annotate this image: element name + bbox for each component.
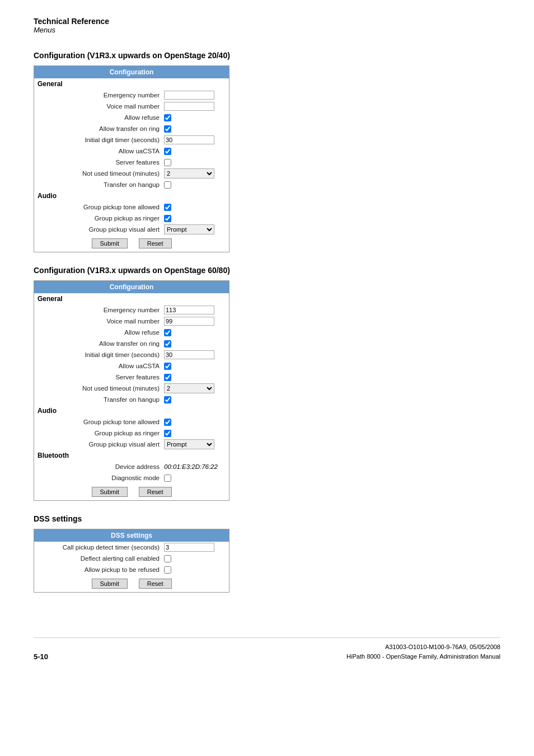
table-row: Server features xyxy=(34,157,229,168)
row-value xyxy=(164,215,226,222)
row-label: Transfer on hangup xyxy=(38,181,164,188)
voicemail-number-input[interactable] xyxy=(164,102,214,111)
row-value xyxy=(164,419,226,426)
pickup-timer-input[interactable] xyxy=(164,543,214,552)
timeout-select-2[interactable]: 2 5 10 xyxy=(164,383,214,393)
row-value: 2 5 10 xyxy=(164,168,226,179)
table-row: Deflect alerting call enabled xyxy=(34,553,229,564)
transfer-hangup-checkbox[interactable] xyxy=(164,181,171,189)
allow-transfer-checkbox[interactable] xyxy=(164,125,171,133)
row-value xyxy=(164,91,226,100)
row-label: Not used timeout (minutes) xyxy=(38,170,164,177)
section2-bluetooth-label: Bluetooth xyxy=(34,450,229,461)
row-value: 00:01:E3:2D:76:22 xyxy=(164,463,226,470)
visual-alert-select-2[interactable]: Prompt None xyxy=(164,439,214,449)
allow-transfer-checkbox-2[interactable] xyxy=(164,340,171,348)
row-label: Allow transfer on ring xyxy=(38,125,164,132)
timeout-select[interactable]: 2 5 10 xyxy=(164,168,214,179)
table-row: Device address 00:01:E3:2D:76:22 xyxy=(34,461,229,472)
pickup-tone-checkbox-2[interactable] xyxy=(164,419,171,426)
row-value xyxy=(164,475,226,482)
row-label: Emergency number xyxy=(38,92,164,98)
row-label: Allow pickup to be refused xyxy=(38,566,164,573)
section2-audio-label: Audio xyxy=(34,405,229,416)
row-label: Voice mail number xyxy=(38,103,164,110)
row-value xyxy=(164,350,226,359)
server-features-checkbox[interactable] xyxy=(164,159,171,166)
row-value xyxy=(164,135,226,144)
section1-reset-button[interactable]: Reset xyxy=(139,238,172,248)
row-value xyxy=(164,102,226,111)
section2-reset-button[interactable]: Reset xyxy=(139,487,172,497)
allow-refuse-checkbox-2[interactable] xyxy=(164,329,171,336)
row-label: Call pickup detect timer (seconds) xyxy=(38,544,164,551)
row-label: Deflect alerting call enabled xyxy=(38,555,164,562)
row-value xyxy=(164,159,226,166)
section3-reset-button[interactable]: Reset xyxy=(139,579,172,589)
section1-audio-label: Audio xyxy=(34,190,229,201)
visual-alert-select[interactable]: Prompt None xyxy=(164,224,214,234)
table-row: Server features xyxy=(34,372,229,383)
table-row: Allow refuse xyxy=(34,327,229,338)
table-row: Not used timeout (minutes) 2 5 10 xyxy=(34,383,229,394)
pickup-ringer-checkbox-2[interactable] xyxy=(164,430,171,437)
table-row: Group pickup as ringer xyxy=(34,213,229,224)
pickup-ringer-checkbox[interactable] xyxy=(164,215,171,222)
allow-uacsta-checkbox[interactable] xyxy=(164,148,171,155)
digit-timer-input[interactable] xyxy=(164,135,214,144)
section2-heading: Configuration (V1R3.x upwards on OpenSta… xyxy=(34,266,500,275)
row-value xyxy=(164,306,226,314)
diagnostic-mode-checkbox[interactable] xyxy=(164,475,171,482)
row-value: Prompt None xyxy=(164,224,226,234)
row-label: Group pickup tone allowed xyxy=(38,419,164,425)
row-label: Transfer on hangup xyxy=(38,396,164,403)
transfer-hangup-checkbox-2[interactable] xyxy=(164,396,171,403)
section1-heading: Configuration (V1R3.x upwards on OpenSta… xyxy=(34,51,500,60)
table-row: Emergency number xyxy=(34,90,229,101)
row-label: Allow uaCSTA xyxy=(38,363,164,369)
digit-timer-input-2[interactable] xyxy=(164,350,214,359)
row-value xyxy=(164,566,226,574)
section3-heading: DSS settings xyxy=(34,514,500,523)
row-label: Initial digit timer (seconds) xyxy=(38,137,164,143)
table-row: Allow refuse xyxy=(34,112,229,123)
section1-table-title: Configuration xyxy=(34,66,229,78)
deflect-alerting-checkbox[interactable] xyxy=(164,555,171,562)
section2-submit-button[interactable]: Submit xyxy=(92,487,128,497)
row-value xyxy=(164,204,226,211)
section1-submit-button[interactable]: Submit xyxy=(92,238,128,248)
page-header: Technical Reference Menus xyxy=(34,17,500,34)
row-value xyxy=(164,329,226,336)
page-subtitle: Menus xyxy=(34,26,500,34)
server-features-checkbox-2[interactable] xyxy=(164,374,171,381)
section3-submit-button[interactable]: Submit xyxy=(92,579,128,589)
section2-table: Configuration General Emergency number V… xyxy=(34,280,229,501)
emergency-number-input-2[interactable] xyxy=(164,306,214,314)
row-label: Initial digit timer (seconds) xyxy=(38,351,164,358)
allow-refuse-checkbox[interactable] xyxy=(164,114,171,121)
table-row: Voice mail number xyxy=(34,101,229,112)
section2-table-title: Configuration xyxy=(34,281,229,293)
row-value xyxy=(164,396,226,403)
row-value xyxy=(164,543,226,552)
row-value xyxy=(164,374,226,381)
row-value: 2 5 10 xyxy=(164,383,226,393)
voicemail-number-input-2[interactable] xyxy=(164,317,214,326)
table-row: Allow transfer on ring xyxy=(34,123,229,134)
allow-uacsta-checkbox-2[interactable] xyxy=(164,363,171,370)
device-address-value: 00:01:E3:2D:76:22 xyxy=(164,463,218,470)
row-label: Emergency number xyxy=(38,307,164,313)
pickup-tone-checkbox[interactable] xyxy=(164,204,171,211)
row-value xyxy=(164,430,226,437)
row-label: Device address xyxy=(38,463,164,470)
table-row: Not used timeout (minutes) 2 5 10 xyxy=(34,168,229,179)
row-value xyxy=(164,363,226,370)
table-row: Allow pickup to be refused xyxy=(34,564,229,575)
row-label: Server features xyxy=(38,159,164,166)
allow-pickup-refused-checkbox[interactable] xyxy=(164,566,171,574)
emergency-number-input[interactable] xyxy=(164,91,214,100)
table-row: Call pickup detect timer (seconds) xyxy=(34,542,229,553)
section3-button-row: Submit Reset xyxy=(34,575,229,592)
footer-doc-info: A31003-O1010-M100-9-76A9, 05/05/2008 HiP… xyxy=(346,642,500,661)
section1-table: Configuration General Emergency number V… xyxy=(34,65,229,252)
